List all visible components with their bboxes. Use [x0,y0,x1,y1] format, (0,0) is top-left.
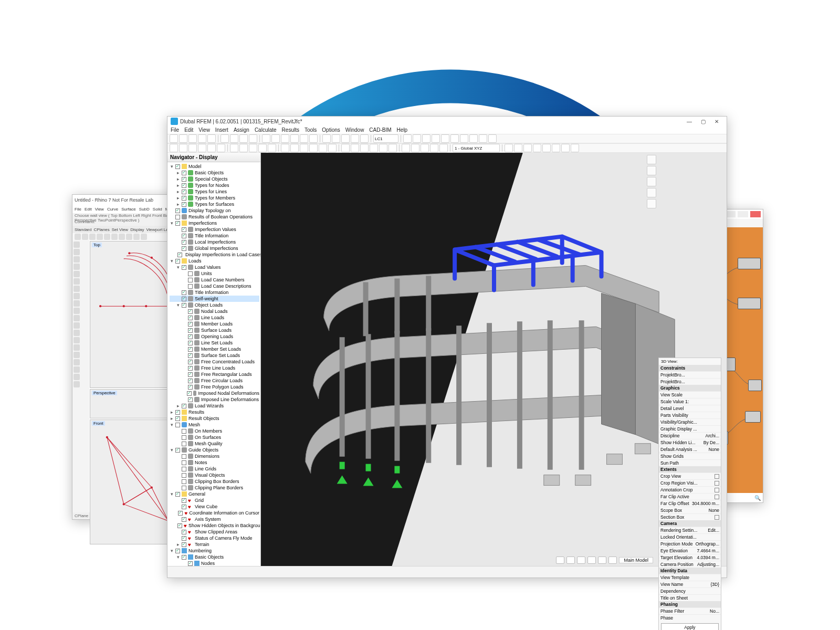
tree-item[interactable]: ▸✓Types for Nodes [170,182,259,188]
property-row[interactable]: Visibility/Graphic... [659,418,721,425]
property-row[interactable]: Crop Region Visi... [659,479,721,486]
property-row[interactable]: Scale Value 1: [659,398,721,405]
tree-item[interactable]: ▾✓Model [170,163,259,170]
tree-item[interactable]: ✓Imposed Line Deformations [170,396,259,403]
tree-item[interactable]: ▸✓Types for Lines [170,188,259,195]
tree-item[interactable]: Clipping Box Borders [170,478,259,485]
property-row[interactable]: Camera PositionAdjusting... [659,561,721,568]
tree-item[interactable]: Results of Boolean Operations [170,214,259,220]
property-row[interactable]: Graphic Display ... [659,425,721,432]
property-row[interactable]: Locked Orientati... [659,533,721,540]
property-row[interactable]: Scope BoxNone [659,507,721,513]
property-row[interactable]: Title on Sheet [659,594,721,601]
tree-item[interactable]: ✓Imposed Nodal Deformations [170,390,259,396]
tree-item[interactable]: ▾Mesh [170,422,259,428]
property-row[interactable]: DisciplineArchi... [659,432,721,439]
tree-item[interactable]: ✓Nodes [170,560,259,566]
tree-item[interactable]: ✓Self-weight [170,296,259,302]
tree-item[interactable]: Mesh Quality [170,440,259,447]
tree-item[interactable]: ✓Display Imperfections in Load Cases & C… [170,251,259,258]
property-row[interactable]: Crop View [659,472,721,479]
property-row[interactable]: Default Analysis ...None [659,446,721,453]
property-row[interactable]: Far Clip Active [659,493,721,500]
tree-item[interactable]: ✓Title Information [170,233,259,239]
main-toolbar-2[interactable]: 1 - Global XYZ [167,143,727,153]
tree-item[interactable]: ✓♥Coordinate Information on Cursor [170,510,259,516]
tree-item[interactable]: ▸✓Result Objects [170,415,259,422]
tree-item[interactable]: ▾✓Numbering [170,548,259,554]
tree-item[interactable]: ✓Member Loads [170,321,259,327]
tree-item[interactable]: Visual Objects [170,472,259,478]
tree-item[interactable]: ▸✓Results [170,409,259,415]
tree-item[interactable]: ✓Display Topology on [170,207,259,214]
tree-item[interactable]: ▸✓♥Terrain [170,541,259,548]
close-icon[interactable] [750,211,761,217]
property-row[interactable]: Sun Path [659,459,721,466]
tree-item[interactable]: ▸✓Basic Objects [170,170,259,176]
tree-item[interactable]: ▾✓General [170,491,259,497]
tree-item[interactable]: Units [170,270,259,277]
tree-item[interactable]: ✓♥Status of Camera Fly Mode [170,535,259,541]
tree-item[interactable]: ✓Free Polygon Loads [170,384,259,390]
property-row[interactable]: View Scale [659,391,721,398]
property-row[interactable]: Rendering Settin...Edit... [659,527,721,533]
minimize-icon[interactable]: — [682,118,696,125]
tree-item[interactable]: ✓Free Line Loads [170,365,259,371]
maximize-icon[interactable] [738,211,748,217]
tree-item[interactable]: ✓Opening Loads [170,333,259,340]
revit-panel-tabs[interactable]: 3D View: [659,358,721,365]
tree-item[interactable]: ✓Free Concentrated Loads [170,359,259,365]
tree-item[interactable]: ✓Nodal Loads [170,308,259,314]
tree-item[interactable]: ✓Free Circular Loads [170,377,259,384]
close-icon[interactable]: ✕ [710,118,723,125]
property-row[interactable]: Show Grids [659,453,721,459]
tree-item[interactable]: ▾✓Imperfections [170,220,259,226]
tree-item[interactable]: ✓Title Information [170,289,259,296]
maximize-icon[interactable]: ▢ [696,118,710,125]
apply-button[interactable]: Apply [661,623,719,630]
tree-item[interactable]: ✓Member Set Loads [170,346,259,352]
tree-item[interactable]: Line Grids [170,466,259,472]
property-row[interactable]: Dependency [659,587,721,594]
tree-item[interactable]: ✓Global Imperfections [170,245,259,251]
property-row[interactable]: Projection ModeOrthograp... [659,540,721,547]
tree-item[interactable]: Load Case Numbers [170,277,259,283]
property-row[interactable]: Target Elevation4.0394 m... [659,554,721,561]
tree-item[interactable]: ✓♥Show Hidden Objects in Background [170,522,259,529]
tree-item[interactable]: ✓Free Rectangular Loads [170,371,259,377]
tree-item[interactable]: On Members [170,428,259,434]
rhino-tool-palette[interactable] [72,240,89,512]
tree-item[interactable]: ✓Surface Loads [170,327,259,333]
tree-item[interactable]: ▸✓Special Objects [170,176,259,182]
property-row[interactable]: View Template [659,574,721,581]
property-row[interactable]: Phase FilterNo... [659,607,721,614]
rhino-menubar[interactable]: FileEditView CurveSurfaceSubD SolidMeshD… [72,205,181,213]
tree-item[interactable]: Notes [170,459,259,466]
tree-item[interactable]: ✓♥View Cube [170,503,259,510]
tree-item[interactable]: ▾✓Guide Objects [170,447,259,453]
tree-item[interactable]: ▸✓Types for Surfaces [170,201,259,207]
revit-nav-strip[interactable] [647,155,656,208]
navigator-tree[interactable]: ▾✓Model▸✓Basic Objects▸✓Special Objects▸… [167,162,260,566]
tree-item[interactable]: ▸✓Load Wizards [170,403,259,409]
tree-item[interactable]: ✓♥Grid [170,497,259,503]
rhino-toolbar[interactable] [72,233,181,240]
tree-item[interactable]: ▾✓Loads [170,258,259,264]
tree-item[interactable]: ✓♥Show Clipped Areas [170,529,259,535]
tree-item[interactable]: Dimensions [170,453,259,459]
tree-item[interactable]: Load Case Descriptions [170,283,259,289]
rhino-tab-strip[interactable]: StandardCPlanes Set ViewDisplayViewport … [72,226,181,233]
property-row[interactable]: Eye Elevation7.4664 m... [659,547,721,554]
tree-item[interactable]: On Surfaces [170,434,259,440]
property-row[interactable]: Detail Level [659,405,721,412]
tree-item[interactable]: Clipping Plane Borders [170,485,259,491]
tree-item[interactable]: ✓Local Imperfections [170,239,259,245]
property-row[interactable]: Far Clip Offset304.8000 m... [659,500,721,507]
tree-item[interactable]: ✓Line Set Loads [170,340,259,346]
property-row[interactable]: Show Hidden Li...By De... [659,439,721,446]
tree-item[interactable]: ✓Line Loads [170,314,259,321]
main-menubar[interactable]: FileEditView InsertAssignCalculate Resul… [167,126,727,134]
tree-item[interactable]: ▸✓Types for Members [170,195,259,201]
tree-item[interactable]: ✓Surface Set Loads [170,352,259,359]
revit-view-footer[interactable]: Main Model [556,556,653,564]
